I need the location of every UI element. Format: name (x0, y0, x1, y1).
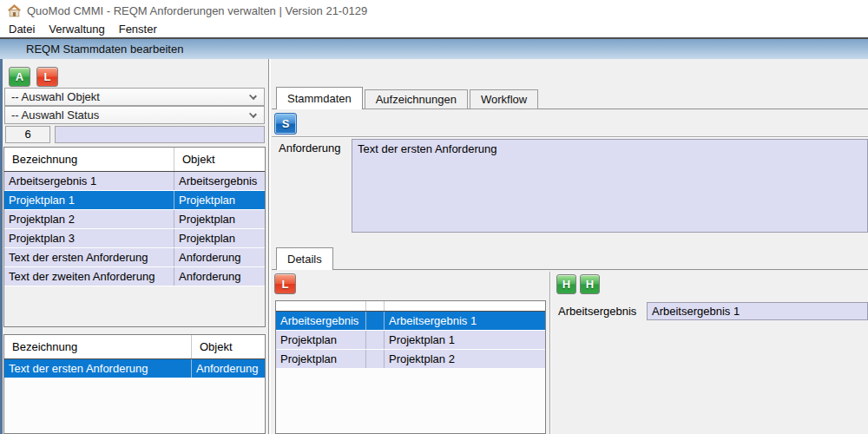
tab-workflow[interactable]: Workflow (470, 89, 538, 109)
details-tabbar-baseline (272, 269, 868, 270)
selection-table-header: Bezeichnung Objekt (4, 335, 265, 359)
menubar: DateiVerwaltungFenster (0, 22, 868, 37)
chevron-down-icon (249, 110, 257, 118)
application-window: QuoMod CMMI - REQM Anforderungen verwalt… (0, 0, 868, 434)
table-row[interactable]: ProjektplanProjektplan 2 (276, 350, 545, 369)
main-tabbar: StammdatenAufzeichnungenWorkflow (276, 87, 538, 109)
cell-extra (366, 312, 385, 330)
form-separator (272, 136, 868, 138)
object-filter-select[interactable]: -- Auswahl Objekt (4, 88, 265, 106)
cell-extra (366, 331, 385, 349)
cell-bezeichnung: Text der zweiten Anforderung (4, 267, 174, 286)
cell-objekt: Anforderung (192, 359, 265, 378)
save-button[interactable]: S (274, 113, 297, 135)
column-header-bezeichnung[interactable]: Bezeichnung (4, 148, 174, 171)
cell-objekt: Arbeitsergebnis (174, 172, 265, 190)
column-header-objekt[interactable]: Objekt (174, 148, 265, 171)
table-row[interactable]: Arbeitsergebnis 1Arbeitsergebnis (4, 172, 265, 191)
tab-details[interactable]: Details (276, 247, 333, 270)
details-table-body: ArbeitsergebnisArbeitsergebnis 1Projektp… (276, 312, 545, 369)
menu-datei[interactable]: Datei (2, 22, 42, 37)
status-filter-value: -- Auswahl Status (11, 108, 99, 122)
arbeitsergebnis-input[interactable]: Arbeitsergebnis 1 (647, 302, 868, 320)
cell-bezeichnung: Projektplan 2 (385, 350, 545, 368)
column-header-bezeichnung[interactable]: Bezeichnung (4, 335, 192, 358)
table-row[interactable]: Projektplan 2Projektplan (4, 210, 265, 229)
cell-bezeichnung: Arbeitsergebnis 1 (385, 312, 545, 330)
table-row[interactable]: Text der ersten AnforderungAnforderung (4, 359, 265, 378)
tab-aufzeichnungen[interactable]: Aufzeichnungen (365, 89, 468, 109)
details-table: ArbeitsergebnisArbeitsergebnis 1Projektp… (275, 300, 546, 434)
table-row[interactable]: ArbeitsergebnisArbeitsergebnis 1 (276, 312, 545, 331)
cell-objekt: Projektplan (174, 191, 265, 209)
details-list-button[interactable]: L (274, 273, 296, 294)
cell-objekt: Projektplan (276, 331, 366, 349)
cell-objekt: Anforderung (174, 267, 265, 286)
details-header-col3[interactable] (385, 301, 545, 311)
add-button[interactable]: A (9, 67, 30, 87)
record-count-field: 6 (5, 126, 50, 143)
cell-bezeichnung: Projektplan 3 (4, 229, 174, 247)
list-button[interactable]: L (36, 67, 58, 87)
cell-bezeichnung: Text der ersten Anforderung (4, 248, 174, 266)
cell-bezeichnung: Text der ersten Anforderung (4, 359, 192, 378)
results-table-header: Bezeichnung Objekt (4, 148, 265, 172)
cell-objekt: Projektplan (276, 350, 366, 368)
selection-table: Bezeichnung Objekt Text der ersten Anfor… (3, 334, 266, 434)
anforderung-textarea[interactable]: Text der ersten Anforderung (352, 139, 868, 233)
results-table-body: Arbeitsergebnis 1ArbeitsergebnisProjektp… (4, 172, 265, 286)
anforderung-label: Anforderung (279, 141, 341, 155)
table-row[interactable]: Projektplan 3Projektplan (4, 229, 265, 248)
window-left-frame (0, 59, 3, 434)
selection-table-body: Text der ersten AnforderungAnforderung (4, 359, 265, 378)
history-buttons: HH (556, 274, 600, 294)
status-filter-select[interactable]: -- Auswahl Status (4, 106, 265, 124)
object-filter-value: -- Auswahl Objekt (11, 90, 100, 103)
cell-objekt: Arbeitsergebnis (276, 312, 366, 330)
table-row[interactable]: Text der zweiten AnforderungAnforderung (4, 267, 265, 286)
cell-bezeichnung: Arbeitsergebnis 1 (4, 172, 174, 190)
search-input[interactable] (55, 126, 265, 143)
document-title: REQM Stammdaten bearbeiten (26, 39, 183, 59)
column-header-objekt[interactable]: Objekt (192, 335, 265, 358)
menu-verwaltung[interactable]: Verwaltung (42, 22, 111, 37)
panel-splitter[interactable] (268, 59, 271, 434)
table-row[interactable]: ProjektplanProjektplan 1 (276, 331, 545, 350)
app-home-icon (7, 3, 22, 18)
details-vertical-separator (549, 272, 551, 434)
history-button-2[interactable]: H (580, 274, 600, 294)
window-title: QuoMod CMMI - REQM Anforderungen verwalt… (27, 0, 367, 22)
details-header-col2[interactable] (366, 301, 385, 311)
chevron-down-icon (249, 92, 257, 100)
cell-bezeichnung: Projektplan 1 (4, 191, 174, 209)
cell-objekt: Projektplan (174, 210, 265, 228)
arbeitsergebnis-label: Arbeitsergebnis (558, 305, 636, 318)
table-row[interactable]: Text der ersten AnforderungAnforderung (4, 248, 265, 267)
cell-extra (366, 350, 385, 368)
cell-bezeichnung: Projektplan 1 (385, 331, 545, 349)
cell-objekt: Anforderung (174, 248, 265, 266)
table-row[interactable]: Projektplan 1Projektplan (4, 191, 265, 210)
tab-stammdaten[interactable]: Stammdaten (276, 87, 363, 109)
history-button-1[interactable]: H (556, 274, 576, 294)
window-titlebar: QuoMod CMMI - REQM Anforderungen verwalt… (0, 0, 868, 22)
details-table-header (276, 301, 545, 312)
menu-fenster[interactable]: Fenster (112, 22, 164, 37)
cell-bezeichnung: Projektplan 2 (4, 210, 174, 228)
cell-objekt: Projektplan (174, 229, 265, 247)
document-header: REQM Stammdaten bearbeiten (0, 39, 868, 59)
details-header-col1[interactable] (276, 301, 366, 311)
results-table: Bezeichnung Objekt Arbeitsergebnis 1Arbe… (3, 147, 266, 327)
